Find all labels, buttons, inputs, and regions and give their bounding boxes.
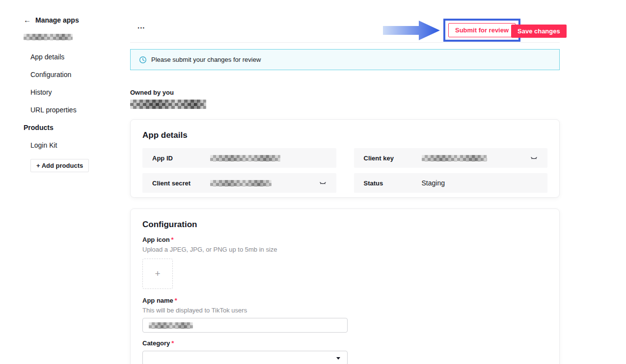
annotation-arrow [383, 20, 441, 41]
submit-for-review-button[interactable]: Submit for review [448, 23, 516, 37]
app-name-help-text: This will be displayed to TikTok users [142, 307, 547, 314]
back-arrow-icon: ← [24, 16, 31, 24]
clock-icon [139, 56, 147, 64]
category-label-text: Category [142, 339, 170, 347]
client-secret-value [210, 180, 327, 187]
owner-app-name-redacted [130, 100, 206, 109]
review-banner-text: Please submit your changes for review [151, 56, 261, 63]
client-secret-label: Client secret [152, 180, 210, 187]
sidebar-item-login-kit[interactable]: Login Kit [24, 141, 122, 149]
sidebar: ← Manage apps App details Configuration … [24, 16, 122, 172]
app-name-label: App name * [142, 297, 547, 304]
app-name-input[interactable] [142, 318, 348, 333]
plus-icon: + [155, 268, 160, 279]
app-id-label: App ID [152, 155, 210, 162]
category-required-mark: * [171, 339, 174, 347]
add-products-button[interactable]: + Add products [30, 159, 89, 172]
app-id-value-redacted [210, 155, 280, 161]
configuration-card: Configuration App icon * Upload a JPEG, … [130, 208, 560, 364]
app-icon-label-text: App icon [142, 236, 170, 243]
eye-closed-icon [530, 155, 538, 162]
app-details-title: App details [142, 130, 547, 140]
client-key-reveal-button[interactable] [530, 155, 538, 162]
client-secret-value-redacted [210, 180, 272, 186]
app-icon-required-mark: * [171, 236, 174, 243]
category-label: Category * [142, 339, 547, 347]
client-key-value-redacted [422, 155, 487, 161]
app-id-row: App ID [142, 148, 336, 168]
status-label: Status [364, 180, 422, 187]
app-name-value-redacted [149, 322, 193, 329]
more-options-button[interactable]: ... [137, 22, 145, 30]
manage-apps-label: Manage apps [35, 16, 79, 24]
app-details-grid: App ID Client key [142, 148, 547, 193]
manage-apps-page: ← Manage apps App details Configuration … [0, 0, 626, 364]
client-secret-row: Client secret [142, 173, 336, 193]
app-icon-upload-box[interactable]: + [142, 259, 173, 289]
sidebar-item-history[interactable]: History [24, 88, 122, 96]
review-banner: Please submit your changes for review [130, 49, 560, 70]
status-value: Staging [422, 179, 538, 187]
back-to-manage-apps[interactable]: ← Manage apps [24, 16, 122, 24]
app-name-required-mark: * [175, 297, 177, 304]
owner-block: Owned by you [130, 89, 206, 111]
app-name-label-text: App name [142, 297, 173, 304]
app-icon-label: App icon * [142, 236, 547, 243]
app-details-card: App details App ID Client key [130, 119, 560, 198]
owned-by-label: Owned by you [130, 89, 206, 96]
sidebar-item-url-properties[interactable]: URL properties [24, 106, 122, 114]
sidebar-item-app-details[interactable]: App details [24, 53, 122, 61]
annotation-highlight-box: Submit for review [443, 19, 520, 42]
configuration-title: Configuration [142, 220, 547, 230]
category-select[interactable] [142, 351, 348, 364]
client-key-value [422, 155, 538, 162]
app-id-value [210, 155, 327, 161]
sidebar-products-heading: Products [24, 124, 122, 131]
client-key-row: Client key [354, 148, 548, 168]
chevron-down-icon [336, 357, 340, 360]
client-key-label: Client key [364, 155, 422, 162]
sidebar-nav: App details Configuration History URL pr… [24, 53, 122, 172]
header-divider [130, 42, 560, 43]
status-row: Status Staging [354, 173, 548, 193]
save-changes-button[interactable]: Save changes [511, 25, 567, 38]
client-secret-reveal-button[interactable] [319, 180, 327, 187]
sidebar-item-configuration[interactable]: Configuration [24, 71, 122, 78]
sidebar-app-name-redacted [24, 34, 73, 40]
app-icon-help-text: Upload a JPEG, JPG, or PNG up to 5mb in … [142, 246, 547, 253]
eye-closed-icon [319, 180, 327, 187]
